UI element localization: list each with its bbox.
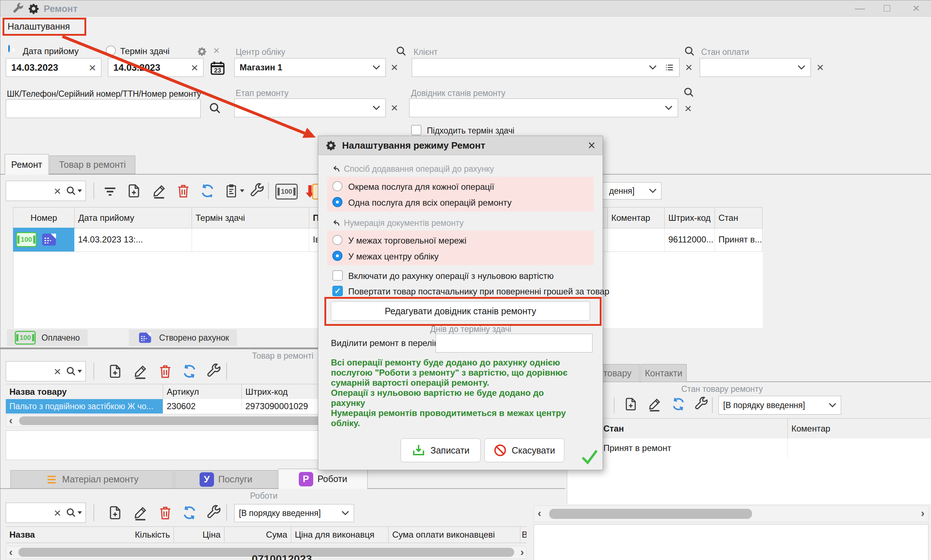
cancel-button[interactable]: Скасувати xyxy=(484,438,564,462)
dialog-titlebar[interactable]: Налаштування режиму Ремонт × xyxy=(318,136,603,155)
date-from-input[interactable]: 14.03.2023 × xyxy=(6,58,102,77)
works-sort-select[interactable]: [В порядку введення] xyxy=(234,504,354,522)
due-soon-checkbox[interactable] xyxy=(411,125,422,135)
radio-center-numbering[interactable] xyxy=(332,251,342,261)
date-receive-radio-label[interactable]: Дата прийому xyxy=(23,46,78,56)
state-sort-select[interactable]: [В порядку введення] xyxy=(719,396,841,415)
date-filter-clear-icon[interactable]: × xyxy=(213,45,220,56)
client-clear-icon[interactable]: × xyxy=(685,61,692,73)
tab-repair-material[interactable]: Матеріал ремонту xyxy=(11,470,174,489)
radio-center-numbering-label[interactable]: У межах центру обліку xyxy=(348,251,439,262)
scroll-right-icon[interactable]: › xyxy=(520,547,524,557)
due-date-radio[interactable] xyxy=(106,45,116,55)
refresh-icon[interactable] xyxy=(182,505,197,521)
refresh-icon[interactable] xyxy=(671,397,686,412)
delete-icon[interactable] xyxy=(158,363,173,379)
service-wrench-icon[interactable] xyxy=(206,505,221,521)
radio-network-numbering-label[interactable]: У межах торговельної мережі xyxy=(348,235,466,246)
payment-state-search-icon[interactable] xyxy=(684,46,695,57)
due-date-radio-label[interactable]: Термін здачі xyxy=(120,46,169,56)
calendar-icon[interactable]: 23 xyxy=(210,60,226,76)
tab-contacts[interactable]: Контакти xyxy=(640,364,687,382)
refresh-icon[interactable] xyxy=(200,183,215,199)
report-icon[interactable] xyxy=(224,183,244,199)
edit-icon[interactable] xyxy=(151,183,167,199)
client-select[interactable] xyxy=(412,58,680,77)
barcode-search-input[interactable] xyxy=(6,99,201,118)
dialog-close-icon[interactable]: × xyxy=(588,139,596,152)
state-table-row[interactable]: Принят в ремонт xyxy=(567,438,931,458)
zero-cost-checkbox-label[interactable]: Включати до рахунку операції з нульовою … xyxy=(348,271,554,281)
state-table-header[interactable]: Стан Коментар xyxy=(567,418,931,439)
delete-icon[interactable] xyxy=(176,183,191,199)
radio-network-numbering[interactable] xyxy=(332,235,342,245)
edit-states-button[interactable]: Редагувати довідник станів ремонту xyxy=(331,301,590,321)
states-dict-search-icon[interactable] xyxy=(683,87,694,98)
radio-separate-service[interactable] xyxy=(332,181,342,191)
filter-icon[interactable] xyxy=(102,184,118,200)
works-table-header[interactable]: Назва Кількість Ціна Сума Ціна для викон… xyxy=(6,526,526,543)
tab-services[interactable]: У Послуги xyxy=(174,470,277,489)
service-wrench-icon[interactable] xyxy=(249,183,265,199)
add-icon[interactable] xyxy=(623,397,639,412)
accounting-center-clear-icon[interactable]: × xyxy=(391,61,398,73)
date-from-clear-icon[interactable]: × xyxy=(89,62,96,74)
radio-separate-service-label[interactable]: Окрема послуга для кожної операції xyxy=(348,182,494,192)
edit-icon[interactable] xyxy=(647,397,662,412)
date-to-input[interactable]: 14.03.2023 × xyxy=(108,58,203,77)
days-to-due-input[interactable] xyxy=(435,334,592,352)
edit-icon[interactable] xyxy=(132,505,148,521)
scroll-thumb[interactable] xyxy=(549,509,752,519)
tab-repair[interactable]: Ремонт xyxy=(5,154,49,175)
settings-menu-label[interactable]: Налаштування xyxy=(8,21,70,32)
repair-stage-clear-icon[interactable]: × xyxy=(391,102,398,114)
barcode-search-icon[interactable] xyxy=(209,102,221,114)
delete-icon[interactable] xyxy=(158,505,173,521)
add-icon[interactable] xyxy=(107,505,123,521)
accounting-center-select[interactable]: Магазин 1 xyxy=(234,58,386,77)
search-icon[interactable] xyxy=(66,186,82,196)
date-receive-radio[interactable] xyxy=(8,45,10,52)
search-icon[interactable] xyxy=(66,508,82,518)
barcode-icon[interactable]: 100 xyxy=(275,184,298,200)
client-search-icon[interactable] xyxy=(396,46,407,57)
radio-single-service-label[interactable]: Одна послуга для всіх операцій ремонту xyxy=(348,198,512,208)
tab-works[interactable]: Р Роботи xyxy=(278,469,368,489)
maximize-button[interactable]: □ xyxy=(884,2,890,14)
service-wrench-icon[interactable] xyxy=(694,397,708,412)
search-clear-icon[interactable]: × xyxy=(54,506,61,519)
zero-cost-checkbox[interactable] xyxy=(332,270,343,281)
return-goods-checkbox-label[interactable]: Повертати товар постачальнику при поверн… xyxy=(348,286,609,297)
radio-single-service[interactable] xyxy=(332,197,342,207)
edit-icon[interactable] xyxy=(132,363,148,379)
repair-stage-select[interactable] xyxy=(234,98,386,117)
tab-goods-in-repair[interactable]: Товар в ремонті xyxy=(49,155,135,174)
search-clear-icon[interactable]: × xyxy=(54,185,61,197)
refresh-icon[interactable] xyxy=(182,363,197,379)
filter-gear-icon[interactable] xyxy=(197,46,207,56)
payment-state-clear-icon[interactable]: × xyxy=(817,61,824,73)
add-icon[interactable] xyxy=(126,183,142,199)
add-icon[interactable] xyxy=(107,363,123,379)
date-to-clear-icon[interactable]: × xyxy=(191,62,198,74)
col-comment-label: Коментар xyxy=(611,213,650,223)
service-wrench-icon[interactable] xyxy=(206,363,221,379)
scroll-right-icon[interactable]: › xyxy=(921,508,925,518)
scroll-left-icon[interactable]: ‹ xyxy=(538,508,541,518)
scroll-left-icon[interactable]: ‹ xyxy=(9,547,12,557)
window-close-button[interactable]: × xyxy=(913,1,920,15)
save-button[interactable]: Записати xyxy=(400,438,481,462)
goods-search-input[interactable]: × xyxy=(6,361,86,382)
scroll-left-icon[interactable]: ‹ xyxy=(9,415,12,426)
states-dict-clear-icon[interactable]: × xyxy=(685,102,692,114)
state-hscrollbar[interactable]: ‹ › xyxy=(534,506,928,522)
search-clear-icon[interactable]: × xyxy=(54,365,61,377)
due-soon-checkbox-label[interactable]: Підходить термін здачі xyxy=(427,126,514,136)
minimize-button[interactable]: — xyxy=(855,3,865,14)
return-goods-checkbox[interactable]: ✓ xyxy=(332,286,343,296)
states-dict-select[interactable] xyxy=(409,98,678,117)
works-search-input[interactable]: × xyxy=(6,503,86,523)
search-icon[interactable] xyxy=(66,366,82,376)
payment-state-select[interactable] xyxy=(700,58,811,77)
repair-search-input[interactable]: × xyxy=(6,181,86,201)
